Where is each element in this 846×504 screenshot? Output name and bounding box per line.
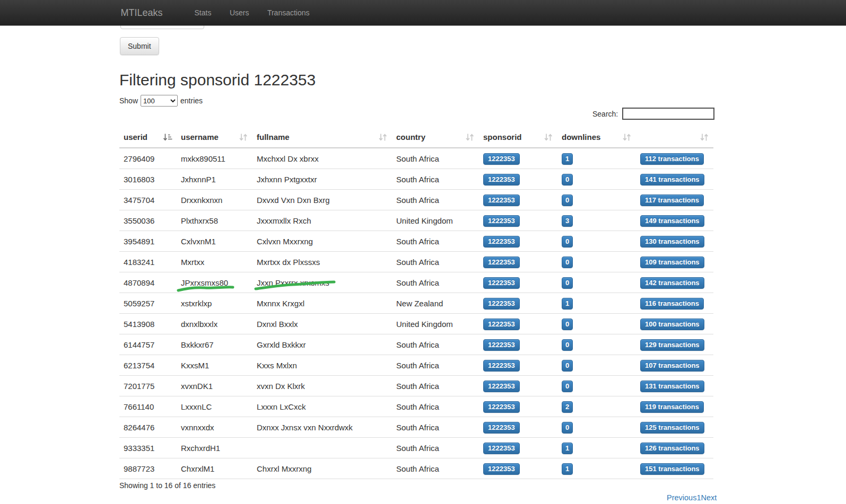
cell-userid: 3475704: [119, 190, 177, 210]
col-header-sponsorid[interactable]: sponsorid: [479, 127, 557, 148]
col-header-userid[interactable]: userid: [119, 127, 177, 148]
downlines-badge[interactable]: 1: [562, 463, 573, 475]
show-label: Show: [119, 96, 138, 105]
nav-item-stats[interactable]: Stats: [187, 8, 220, 17]
transactions-badge[interactable]: 151 transactions: [640, 463, 704, 475]
downlines-badge[interactable]: 1: [562, 443, 573, 454]
cell-downlines: 0: [557, 231, 636, 252]
sponsorid-badge[interactable]: 1222353: [483, 422, 520, 434]
downlines-badge[interactable]: 2: [562, 401, 573, 413]
pagination-previous[interactable]: Previous: [667, 493, 696, 502]
cell-username: xstxrklxp: [177, 293, 252, 314]
brand-link[interactable]: MTILeaks: [121, 7, 163, 19]
sponsorid-badge[interactable]: 1222353: [483, 339, 520, 351]
downlines-badge[interactable]: 0: [562, 236, 573, 247]
cell-country: South Africa: [392, 458, 479, 479]
sort-both-icon: [622, 134, 632, 142]
downlines-badge[interactable]: 0: [562, 277, 573, 289]
cell-userid: 3016803: [119, 169, 177, 190]
downlines-badge[interactable]: 0: [562, 381, 573, 392]
transactions-badge[interactable]: 149 transactions: [640, 215, 704, 227]
cell-downlines: 0: [557, 417, 636, 438]
col-header-downlines[interactable]: downlines: [557, 127, 636, 148]
sponsorid-badge[interactable]: 1222353: [483, 360, 520, 372]
col-header-country[interactable]: country: [392, 127, 479, 148]
downlines-badge[interactable]: 0: [562, 319, 573, 330]
sponsorid-badge[interactable]: 1222353: [483, 463, 520, 475]
cell-fullname: Dxnxx Jxnsx vxn Nxxrdwxk: [252, 417, 392, 438]
cell-country: South Africa: [392, 252, 479, 272]
transactions-badge[interactable]: 107 transactions: [640, 360, 704, 372]
nav-item-users[interactable]: Users: [222, 8, 257, 17]
cell-transactions: 142 transactions: [636, 272, 713, 293]
table-row: 9887723 ChxrxlM1 Chxrxl Mxxrxng South Af…: [119, 458, 713, 479]
sponsorid-badge[interactable]: 1222353: [483, 215, 520, 227]
sponsorid-badge[interactable]: 1222353: [483, 257, 520, 268]
transactions-badge[interactable]: 100 transactions: [640, 319, 704, 330]
users-table: userid username: [119, 127, 713, 479]
cell-transactions: 119 transactions: [636, 396, 713, 417]
sponsorid-badge[interactable]: 1222353: [483, 277, 520, 289]
sponsorid-badge[interactable]: 1222353: [483, 153, 520, 165]
downlines-badge[interactable]: 0: [562, 422, 573, 434]
submit-button[interactable]: Submit: [120, 37, 159, 55]
transactions-badge[interactable]: 116 transactions: [640, 298, 704, 310]
transactions-badge[interactable]: 131 transactions: [640, 381, 704, 392]
table-row: 2796409 mxkx890511 Mxchxxl Dx xbrxx Sout…: [119, 148, 713, 169]
page-size-select[interactable]: 100: [141, 95, 178, 107]
cell-transactions: 125 transactions: [636, 417, 713, 438]
sponsorid-badge[interactable]: 1222353: [483, 298, 520, 310]
transactions-badge[interactable]: 130 transactions: [640, 236, 704, 247]
sponsorid-badge[interactable]: 1222353: [483, 381, 520, 392]
transactions-badge[interactable]: 112 transactions: [640, 153, 704, 165]
transactions-badge[interactable]: 109 transactions: [640, 257, 704, 268]
downlines-badge[interactable]: 0: [562, 174, 573, 185]
transactions-badge[interactable]: 117 transactions: [640, 194, 704, 206]
search-input[interactable]: [622, 108, 714, 120]
sponsorid-badge[interactable]: 1222353: [483, 401, 520, 413]
cell-downlines: 0: [557, 252, 636, 272]
cell-userid: 9887723: [119, 458, 177, 479]
cell-userid: 3954891: [119, 231, 177, 252]
cell-fullname: Mxchxxl Dx xbrxx: [252, 148, 392, 169]
cell-username: Bxkkxr67: [177, 334, 252, 355]
sponsorid-badge[interactable]: 1222353: [483, 443, 520, 454]
transactions-badge[interactable]: 125 transactions: [640, 422, 704, 434]
pagination-next[interactable]: Next: [701, 493, 717, 502]
transactions-badge[interactable]: 129 transactions: [640, 339, 704, 351]
pagination-current-page[interactable]: 1: [696, 493, 701, 502]
nav-item-transactions[interactable]: Transactions: [259, 8, 318, 17]
cell-transactions: 130 transactions: [636, 231, 713, 252]
cell-sponsorid: 1222353: [479, 355, 557, 376]
sponsorid-badge[interactable]: 1222353: [483, 194, 520, 206]
cell-downlines: 0: [557, 376, 636, 396]
cell-transactions: 116 transactions: [636, 293, 713, 314]
sponsorid-badge[interactable]: 1222353: [483, 319, 520, 330]
cell-fullname: Jxxn Pxxrrx xrxsmxs: [252, 272, 392, 293]
downlines-badge[interactable]: 1: [562, 298, 573, 310]
downlines-badge[interactable]: 1: [562, 153, 573, 165]
cell-transactions: 126 transactions: [636, 438, 713, 458]
sponsorid-badge[interactable]: 1222353: [483, 236, 520, 247]
cell-userid: 2796409: [119, 148, 177, 169]
downlines-badge[interactable]: 3: [562, 215, 573, 227]
transactions-badge[interactable]: 141 transactions: [640, 174, 704, 185]
col-header-transactions[interactable]: [636, 127, 713, 148]
cell-country: New Zealand: [392, 293, 479, 314]
cell-fullname: Jxhxnn Pxtgxxtxr: [252, 169, 392, 190]
cell-userid: 3550036: [119, 210, 177, 231]
navbar: MTILeaks Stats Users Transactions: [0, 0, 846, 25]
downlines-badge[interactable]: 0: [562, 257, 573, 268]
downlines-badge[interactable]: 0: [562, 360, 573, 372]
col-header-username[interactable]: username: [177, 127, 252, 148]
downlines-badge[interactable]: 0: [562, 194, 573, 206]
transactions-badge[interactable]: 126 transactions: [640, 443, 704, 454]
col-header-fullname[interactable]: fullname: [252, 127, 392, 148]
sponsorid-badge[interactable]: 1222353: [483, 174, 520, 185]
downlines-badge[interactable]: 0: [562, 339, 573, 351]
transactions-badge[interactable]: 142 transactions: [640, 277, 704, 289]
transactions-badge[interactable]: 119 transactions: [640, 401, 704, 413]
cell-sponsorid: 1222353: [479, 376, 557, 396]
table-row: 9333351 RxchxrdH1 South Africa 1222353 1…: [119, 438, 713, 458]
table-row: 7661140 LxxxnLC Lxxxn LxCxck South Afric…: [119, 396, 713, 417]
